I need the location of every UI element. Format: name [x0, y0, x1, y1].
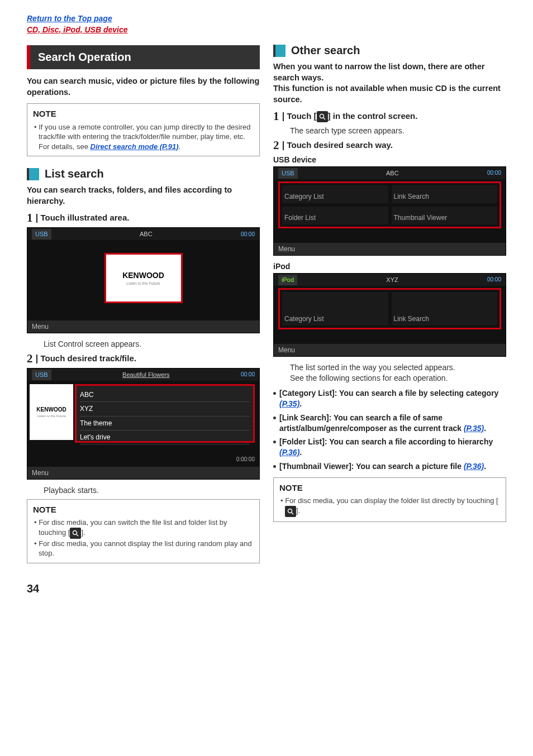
img-ipod-title: XYZ	[386, 276, 398, 284]
bullet-list: [Category List]: You can search a file b…	[273, 388, 506, 472]
bullet-suffix: .	[484, 462, 486, 471]
img1-menu-bar: Menu	[27, 320, 259, 333]
r-step-1-post: ] in the control screen.	[328, 111, 418, 121]
img-usb-menu: Menu	[274, 243, 506, 255]
img1-title: ABC	[140, 230, 153, 238]
note-box-1: NOTE • If you use a remote controller, y…	[27, 103, 260, 156]
img2-menu-bar: Menu	[27, 467, 259, 479]
svg-point-2	[320, 114, 323, 118]
list-item: XYZ	[80, 402, 250, 416]
page-link-36[interactable]: (P.36)	[464, 462, 484, 471]
img2-tag: USB	[32, 370, 51, 380]
cat-thumbnail-viewer: Thumbnail Viewer	[392, 207, 498, 224]
img1-album-art: KENWOOD Listen to the Future	[104, 253, 183, 303]
cat-link-search: Link Search	[392, 185, 498, 203]
right-lead: When you want to narrow the list down, t…	[273, 61, 506, 105]
img-usb-title: ABC	[386, 169, 399, 178]
svg-point-0	[73, 530, 77, 534]
img1-logo: KENWOOD	[122, 270, 164, 281]
bullet-suffix: .	[299, 399, 302, 408]
list-item: Let's drive	[80, 430, 250, 444]
note2-title: NOTE	[33, 504, 254, 515]
bullet-suffix: .	[484, 424, 486, 433]
r-step-1-pre: Touch [	[287, 111, 317, 121]
r-step-2-num: 2	[273, 140, 279, 151]
img-ipod-menu: Menu	[274, 344, 506, 356]
return-top-link[interactable]: Return to the Top page	[27, 14, 112, 23]
r-step-1-body: The search type screen appears.	[290, 126, 506, 136]
page-link-35[interactable]: (P.35)	[464, 424, 484, 433]
step-2-body: Playback starts.	[44, 485, 260, 496]
img-ipod-time: 00:00	[487, 276, 501, 284]
note2-line2: • For disc media, you cannot display the…	[33, 539, 254, 558]
img1-tag: USB	[32, 229, 51, 240]
section-link[interactable]: CD, Disc, iPod, USB device	[27, 25, 128, 34]
cat-category-list: Category List	[282, 185, 388, 203]
step-1-num: 1	[27, 212, 33, 224]
search-icon	[70, 528, 81, 539]
result-body: The list sorted in the way you selected …	[290, 362, 506, 384]
screenshot-usb-search: USB ABC 00:00 Category List Link Search …	[273, 166, 506, 256]
note2-line1: • For disc media, you can switch the fil…	[33, 518, 254, 539]
img2-time: 00:00	[241, 371, 255, 379]
page-link-35[interactable]: (P.35)	[279, 399, 299, 408]
right-column: Other search When you want to narrow the…	[273, 42, 506, 570]
r-step-1-num: 1	[273, 111, 279, 122]
note-r-title: NOTE	[279, 482, 500, 494]
bullet-text: [Thumbnail Viewer]: You can search a pic…	[279, 462, 464, 471]
note-r-line-end: ].	[296, 506, 300, 515]
img2-left-logo-sub: Listen to the Future	[30, 414, 73, 418]
img-usb-time: 00:00	[487, 169, 501, 177]
note-box-2: NOTE • For disc media, you can switch th…	[27, 499, 260, 563]
img2-control-row: 0:00:00	[27, 453, 259, 466]
cat-category-list: Category List	[282, 292, 388, 326]
cat-folder-list: Folder List	[282, 207, 388, 224]
note-title: NOTE	[33, 108, 254, 119]
section-title: Search Operation	[27, 45, 260, 69]
screenshot-usb-2: USB Beautiful Flowers 00:00 KENWOOD List…	[27, 368, 260, 480]
svg-line-3	[323, 118, 325, 119]
note-r-line: • For disc media, you can display the fo…	[280, 496, 498, 505]
step-bar	[36, 355, 37, 363]
bullet-icon	[273, 441, 276, 443]
direct-search-link[interactable]: Direct search mode (P.91)	[91, 142, 179, 151]
step-1-body: List Control screen appears.	[44, 339, 260, 350]
note-body-suffix: .	[179, 142, 181, 151]
search-icon	[285, 506, 296, 517]
label-ipod: iPod	[273, 261, 506, 272]
step-2-num: 2	[27, 353, 33, 365]
note2-line1-end: ].	[81, 528, 85, 537]
bullet-icon	[273, 392, 276, 395]
search-icon	[317, 111, 328, 122]
list-item: ABC	[80, 388, 250, 402]
page-number: 34	[27, 581, 506, 596]
img-usb-tag: USB	[278, 168, 298, 179]
step-2-text: Touch desired track/file.	[41, 353, 136, 365]
svg-line-5	[292, 513, 293, 514]
bullet-icon	[273, 465, 276, 468]
step-bar	[36, 214, 37, 223]
bullet-text: [Link Search]: You can search a file of …	[279, 413, 464, 433]
subhead-list-search: List search	[45, 166, 104, 181]
note-body: • If you use a remote controller, you ca…	[33, 122, 254, 152]
screenshot-ipod-search: iPod XYZ 00:00 Category List Link Search…	[273, 273, 506, 357]
lead-text: You can search music, video or picture f…	[27, 76, 260, 98]
svg-line-1	[77, 534, 78, 536]
subhead-marker	[273, 45, 285, 57]
r-step-2-text: Touch desired search way.	[287, 140, 393, 151]
step-bar	[283, 141, 284, 150]
img2-thumb-left: KENWOOD Listen to the Future	[30, 384, 73, 440]
img2-title: Beautiful Flowers	[122, 371, 169, 379]
svg-point-4	[288, 509, 292, 513]
step-1-text: Touch illustrated area.	[41, 212, 130, 224]
note-box-right: NOTE • For disc media, you can display t…	[273, 477, 506, 522]
img2-list: ABC XYZ The theme Let's drive	[75, 384, 255, 443]
bullet-text: [Category List]: You can search a file b…	[279, 389, 498, 398]
cat-link-search: Link Search	[392, 292, 498, 326]
sublead-text: You can search tracks, folders, and file…	[27, 185, 260, 207]
note-r-body: • For disc media, you can display the fo…	[279, 496, 500, 517]
page-link-36[interactable]: (P.36)	[279, 448, 299, 457]
step-bar	[283, 112, 284, 121]
bullet-icon	[273, 417, 276, 419]
subhead-other-search: Other search	[291, 43, 360, 58]
